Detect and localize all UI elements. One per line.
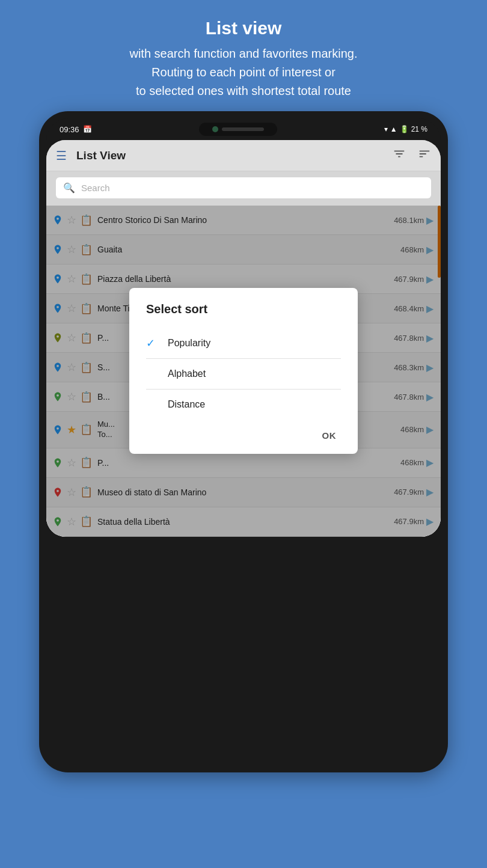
dialog-title: Select sort <box>146 302 341 316</box>
menu-icon[interactable]: ☰ <box>56 148 67 163</box>
promo-header: List view with search function and favor… <box>105 18 381 100</box>
sort-icon[interactable] <box>418 147 431 164</box>
front-camera <box>212 126 218 132</box>
dialog-actions: OK <box>146 420 341 444</box>
search-placeholder: Search <box>81 183 110 193</box>
promo-subtitle3: to selected ones with shortest total rou… <box>129 82 357 100</box>
search-icon: 🔍 <box>63 182 75 194</box>
ok-button[interactable]: OK <box>317 427 342 444</box>
calendar-icon: 📅 <box>83 125 92 133</box>
option-label: Distance <box>168 399 205 410</box>
sort-option-popularity[interactable]: ✓ Popularity <box>146 328 341 359</box>
status-right: ▾ ▲ 🔋 21 % <box>384 125 427 133</box>
promo-title: List view <box>129 18 357 38</box>
sort-option-distance[interactable]: ✓ Distance <box>146 390 341 420</box>
check-placeholder: ✓ <box>146 398 158 411</box>
app-title: List View <box>76 149 381 162</box>
search-bar-area: 🔍 Search <box>46 171 441 206</box>
filter-icon[interactable] <box>393 147 406 164</box>
promo-subtitle2: Routing to each point of interest or <box>129 63 357 82</box>
battery-icon: 🔋 <box>400 125 409 133</box>
check-icon: ✓ <box>146 337 158 350</box>
status-time-area: 09:36 📅 <box>60 125 92 134</box>
sort-dialog: Select sort ✓ Popularity ✓ Alphabet ✓ Di… <box>129 288 358 454</box>
notch <box>199 123 277 136</box>
phone-screen: ☰ List View 🔍 Search ☆ 📋 Centro Stor <box>46 140 441 537</box>
app-toolbar: ☰ List View <box>46 140 441 171</box>
option-label: Popularity <box>168 338 210 349</box>
option-label: Alphabet <box>168 368 206 379</box>
sort-option-alphabet[interactable]: ✓ Alphabet <box>146 359 341 390</box>
status-bar: 09:36 📅 ▾ ▲ 🔋 21 % <box>46 118 441 140</box>
signal-icon: ▲ <box>390 125 397 133</box>
notch-bar <box>222 127 264 131</box>
promo-subtitle1: with search function and favorites marki… <box>129 44 357 63</box>
dialog-overlay: Select sort ✓ Popularity ✓ Alphabet ✓ Di… <box>46 206 441 537</box>
check-placeholder: ✓ <box>146 367 158 381</box>
phone-shell: 09:36 📅 ▾ ▲ 🔋 21 % ☰ List View <box>39 111 448 772</box>
list-area: ☆ 📋 Centro Storico Di San Marino 468.1km… <box>46 206 441 537</box>
status-time: 09:36 <box>60 125 79 134</box>
wifi-icon: ▾ <box>384 125 388 133</box>
search-box[interactable]: 🔍 Search <box>56 177 431 198</box>
battery-level: 21 % <box>411 125 427 133</box>
